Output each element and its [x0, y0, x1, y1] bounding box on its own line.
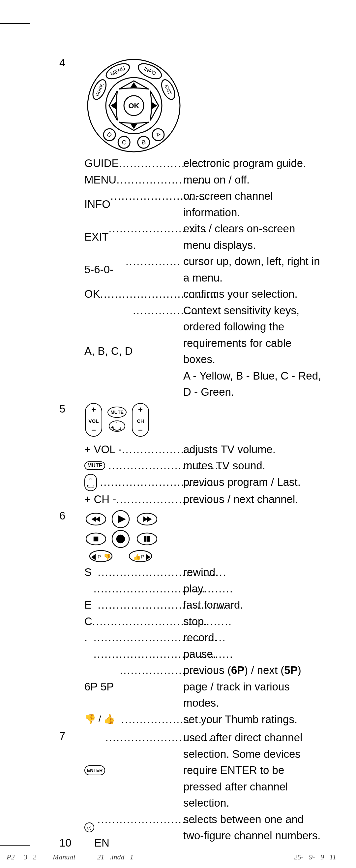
- definition-description: Context sensitivity keys, ordered follow…: [183, 302, 323, 400]
- definition-description: previous / next channel.: [183, 491, 323, 507]
- definition-label: E: [84, 597, 98, 613]
- svg-text:👍: 👍: [133, 553, 141, 561]
- definition-description: pause.: [183, 646, 323, 662]
- svg-point-50: [137, 533, 157, 545]
- svg-text:EXIT: EXIT: [164, 84, 173, 95]
- svg-marker-39: [92, 517, 96, 521]
- vol-rocker-icon: + VOL −: [84, 402, 103, 437]
- enter-icon: ENTER: [84, 765, 105, 775]
- transport-icons: P 👎 👍 P: [84, 509, 323, 564]
- svg-marker-54: [92, 555, 95, 559]
- section5-definitions: + VOL -....................... adjusts T…: [84, 441, 323, 507]
- language-code: EN: [94, 837, 109, 849]
- svg-text:B: B: [141, 138, 146, 146]
- definition-label: 5-6-0-: [84, 253, 126, 286]
- svg-text:P: P: [98, 554, 101, 559]
- svg-rect-47: [94, 537, 98, 541]
- page-number: 10: [59, 837, 72, 849]
- section6-definitions: S ................................... re…: [84, 564, 323, 727]
- definition-row: + VOL -....................... adjusts T…: [84, 441, 323, 458]
- svg-text:CH: CH: [137, 418, 144, 424]
- svg-rect-51: [144, 537, 146, 541]
- definition-description: adjusts TV volume.: [183, 441, 323, 458]
- definition-description: record.: [183, 629, 323, 646]
- svg-marker-32: [111, 426, 113, 429]
- definition-row: MUTE ................................ mu…: [84, 458, 323, 474]
- definition-description: cursor up, down, left, right in a menu.: [183, 253, 323, 286]
- dial-diagram: MENU INFO GUIDE EXIT A B C D OK: [84, 56, 183, 155]
- ch-rocker-icon: + CH −: [131, 402, 150, 437]
- definition-row: EXIT............................ exits /…: [84, 220, 323, 253]
- svg-marker-42: [118, 516, 125, 522]
- svg-text:OK: OK: [129, 102, 139, 110]
- print-footer-left: P2 3 2 Manual 21 .indd 1: [7, 853, 134, 861]
- definition-row: 6P 5P ......................... previous…: [84, 662, 323, 711]
- definition-description: set your Thumb ratings.: [183, 711, 323, 728]
- definition-row: ...................................... p…: [84, 646, 323, 662]
- definition-label: [84, 581, 94, 597]
- definition-row: (-) ........................... selects …: [84, 811, 323, 844]
- definition-dots: ...............: [126, 253, 181, 286]
- svg-point-49: [117, 535, 124, 543]
- svg-text:MUTE: MUTE: [110, 410, 123, 415]
- definition-description: stop.: [183, 613, 323, 630]
- definition-description: on-screen channel information.: [183, 188, 323, 220]
- section-number-6: 6: [59, 509, 84, 522]
- svg-marker-20: [131, 83, 137, 87]
- definition-description: used after direct channel selection. Som…: [183, 730, 323, 811]
- section4-definitions: GUIDE........................ electronic…: [84, 155, 323, 400]
- definition-row: INFO............................ on-scre…: [84, 188, 323, 220]
- definition-label: [84, 646, 94, 662]
- definition-label: MENU: [84, 172, 116, 188]
- definition-label: .: [84, 629, 94, 646]
- svg-marker-21: [131, 124, 137, 128]
- definition-description: fast forward.: [183, 597, 323, 613]
- definition-description: confirms your selection.: [183, 286, 323, 302]
- definition-dots: ...........................: [97, 811, 197, 844]
- definition-row: GUIDE........................ electronic…: [84, 155, 323, 172]
- svg-text:+: +: [91, 405, 96, 414]
- svg-text:👎: 👎: [104, 553, 111, 561]
- svg-text:+: +: [138, 405, 143, 414]
- dash-icon: (-): [84, 823, 94, 832]
- definition-description: menu on / off.: [183, 172, 323, 188]
- definition-row: . .................................... r…: [84, 629, 323, 646]
- definition-label: 👎 / 👍: [84, 711, 121, 728]
- definition-row: C...................................... …: [84, 613, 323, 630]
- definition-label: ∼: [84, 474, 100, 491]
- print-footer-right: 25- 9- 9 11: [294, 853, 336, 861]
- section7-definitions: ENTER................................ us…: [84, 730, 323, 844]
- definition-label: + VOL -: [84, 441, 121, 458]
- section-number-5: 5: [59, 402, 84, 415]
- definition-label: GUIDE: [84, 155, 119, 172]
- definition-row: 5-6-0- ............... cursor up, down, …: [84, 253, 323, 286]
- definition-description: previous (6P) / next (5P) page / track i…: [183, 662, 323, 711]
- definition-label: 6P 5P: [84, 662, 120, 711]
- definition-row: 👎 / 👍 ........................ set your …: [84, 711, 323, 728]
- section-number-4: 4: [59, 56, 84, 69]
- svg-marker-60: [146, 555, 150, 559]
- definition-description: previous program / Last.: [183, 474, 323, 491]
- definition-label: A, B, C, D: [84, 302, 133, 400]
- svg-rect-52: [148, 537, 149, 541]
- mute-last-icons: MUTE ∼: [106, 402, 128, 437]
- manual-page: 4 MENU INFO GUIDE EXIT A B C D: [0, 0, 356, 868]
- svg-marker-40: [96, 517, 100, 521]
- svg-text:P: P: [141, 554, 144, 559]
- definition-label: ENTER: [84, 730, 105, 811]
- definition-row: MENU......................... menu on / …: [84, 172, 323, 188]
- definition-label: OK: [84, 286, 100, 302]
- section-5: 5 + VOL − MUTE ∼: [59, 402, 323, 507]
- definition-description: play.: [183, 581, 323, 597]
- svg-text:C: C: [121, 138, 127, 146]
- svg-text:VOL: VOL: [89, 418, 99, 424]
- svg-marker-45: [148, 517, 151, 521]
- section-4: 4 MENU INFO GUIDE EXIT A B C D: [59, 56, 323, 400]
- definition-label: C: [84, 613, 92, 630]
- definition-row: ENTER................................ us…: [84, 730, 323, 811]
- definition-row: E ................................... fa…: [84, 597, 323, 613]
- definition-description: selects between one and two-figure chann…: [183, 811, 323, 844]
- definition-description: mutes TV sound.: [183, 458, 323, 474]
- definition-label: + CH -: [84, 491, 116, 507]
- svg-text:∼: ∼: [115, 421, 119, 425]
